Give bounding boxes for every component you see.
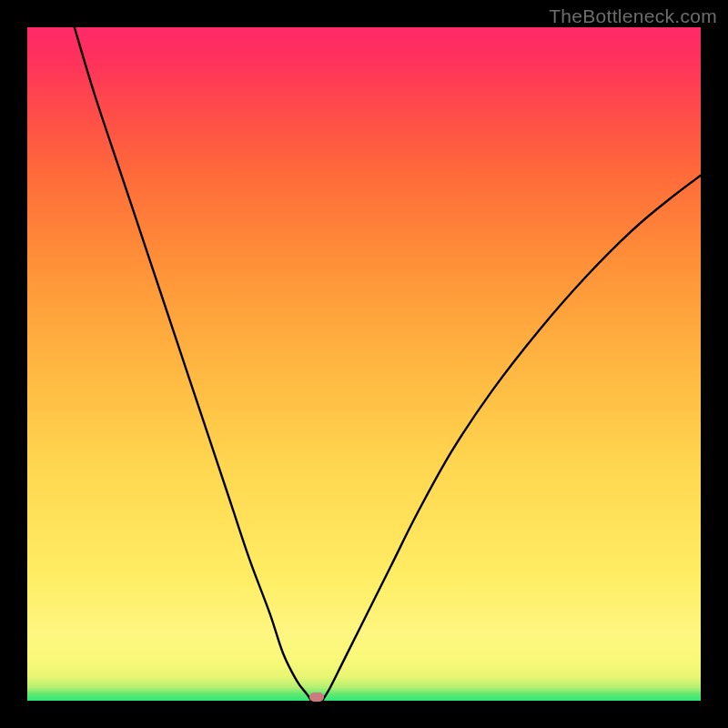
watermark-text: TheBottleneck.com (549, 5, 717, 27)
plot-area (27, 27, 701, 701)
chart-frame: TheBottleneck.com (0, 0, 728, 728)
curve-left-branch (75, 27, 311, 701)
bottleneck-curve (27, 27, 701, 701)
curve-right-branch (322, 176, 701, 701)
optimum-marker (309, 693, 324, 702)
